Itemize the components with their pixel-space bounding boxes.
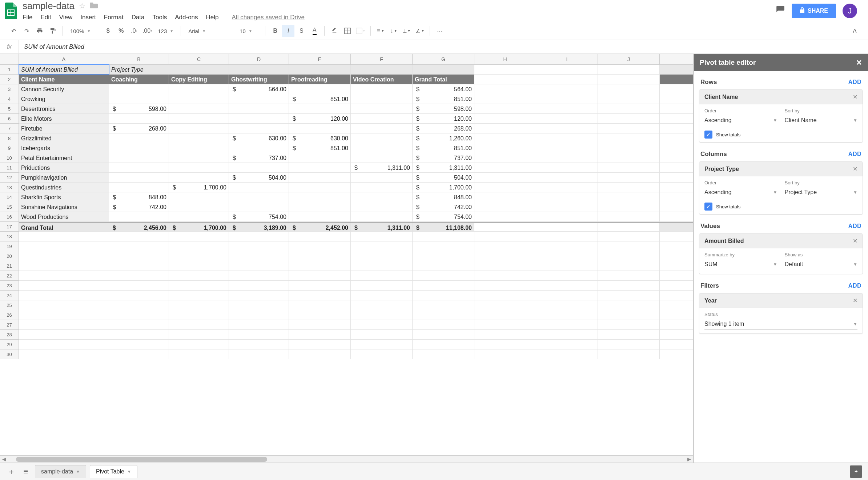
- cell[interactable]: [351, 114, 413, 123]
- cell[interactable]: [109, 310, 169, 320]
- cell[interactable]: [289, 291, 351, 300]
- cell[interactable]: $754.00: [229, 212, 289, 221]
- cell[interactable]: Firetube: [19, 124, 109, 133]
- row-header-28[interactable]: 28: [0, 330, 19, 340]
- menu-file[interactable]: File: [23, 14, 32, 21]
- cell[interactable]: [598, 124, 660, 133]
- cell[interactable]: $630.00: [229, 133, 289, 143]
- cell[interactable]: [536, 75, 598, 84]
- cell[interactable]: $742.00: [413, 202, 474, 212]
- cell[interactable]: [598, 261, 660, 271]
- cell[interactable]: $1,311.00: [413, 163, 474, 172]
- cell[interactable]: [351, 84, 413, 94]
- cell[interactable]: [598, 251, 660, 261]
- cell[interactable]: [536, 104, 598, 113]
- columns-order-select[interactable]: Ascending▼: [704, 187, 777, 198]
- cell[interactable]: [351, 202, 413, 212]
- star-icon[interactable]: ☆: [79, 1, 85, 10]
- cell[interactable]: Client Name: [19, 75, 109, 84]
- cell[interactable]: $2,456.00: [109, 223, 169, 231]
- cell[interactable]: [536, 232, 598, 241]
- cell[interactable]: [229, 340, 289, 349]
- cell[interactable]: [351, 320, 413, 329]
- cell[interactable]: $1,700.00: [413, 183, 474, 192]
- cell[interactable]: [474, 223, 536, 231]
- cell[interactable]: [474, 183, 536, 192]
- cell[interactable]: [598, 340, 660, 349]
- cell[interactable]: [474, 251, 536, 261]
- cell[interactable]: [351, 281, 413, 290]
- undo-button[interactable]: ↶: [7, 25, 20, 37]
- row-header-1[interactable]: 1: [0, 65, 19, 75]
- cell[interactable]: [413, 241, 474, 251]
- cell[interactable]: $504.00: [229, 173, 289, 182]
- cell[interactable]: $120.00: [413, 114, 474, 123]
- cell[interactable]: [169, 104, 229, 113]
- cell[interactable]: Cannon Security: [19, 84, 109, 94]
- cell[interactable]: [289, 212, 351, 221]
- doc-title[interactable]: sample-data: [23, 0, 75, 12]
- cell[interactable]: [474, 300, 536, 310]
- cell[interactable]: [229, 330, 289, 339]
- cell[interactable]: [19, 320, 109, 329]
- cell[interactable]: [474, 271, 536, 280]
- row-header-5[interactable]: 5: [0, 104, 19, 114]
- cell[interactable]: [598, 241, 660, 251]
- cell[interactable]: [351, 241, 413, 251]
- cell[interactable]: Proofreading: [289, 75, 351, 84]
- scroll-left-button[interactable]: ◀: [0, 456, 8, 462]
- add-sheet-button[interactable]: ＋: [6, 466, 17, 477]
- cell[interactable]: [474, 241, 536, 251]
- cell[interactable]: [474, 143, 536, 153]
- row-header-2[interactable]: 2: [0, 75, 19, 84]
- cell[interactable]: [474, 163, 536, 172]
- rows-sortby-select[interactable]: Client Name▼: [785, 115, 858, 126]
- cell[interactable]: [19, 261, 109, 271]
- cell[interactable]: [598, 114, 660, 123]
- cell[interactable]: [351, 310, 413, 320]
- cell[interactable]: [229, 192, 289, 202]
- cell[interactable]: [169, 349, 229, 359]
- row-header-7[interactable]: 7: [0, 124, 19, 133]
- cell[interactable]: [109, 183, 169, 192]
- cell[interactable]: $737.00: [413, 153, 474, 163]
- cell[interactable]: [413, 271, 474, 280]
- cell[interactable]: $851.00: [413, 143, 474, 153]
- rows-order-select[interactable]: Ascending▼: [704, 115, 777, 126]
- cell[interactable]: $11,108.00: [413, 223, 474, 231]
- cell[interactable]: [536, 291, 598, 300]
- cell[interactable]: [413, 261, 474, 271]
- fx-label[interactable]: fx: [0, 40, 19, 53]
- font-family-select[interactable]: Arial▼: [185, 25, 228, 37]
- cell[interactable]: [474, 281, 536, 290]
- cell[interactable]: [169, 153, 229, 163]
- cell[interactable]: $851.00: [289, 94, 351, 104]
- folder-icon[interactable]: [90, 2, 98, 10]
- font-size-select[interactable]: 10▼: [236, 25, 261, 37]
- cell[interactable]: [229, 65, 289, 74]
- column-header-G[interactable]: G: [413, 54, 474, 64]
- cell[interactable]: [229, 291, 289, 300]
- cell[interactable]: [598, 310, 660, 320]
- cell[interactable]: [536, 114, 598, 123]
- more-options-button[interactable]: ⋯: [434, 25, 446, 37]
- cell[interactable]: [351, 65, 413, 74]
- row-header-17[interactable]: 17: [0, 222, 19, 232]
- cell[interactable]: Coaching: [109, 75, 169, 84]
- cell[interactable]: [536, 173, 598, 182]
- cell[interactable]: [229, 202, 289, 212]
- cell[interactable]: [536, 281, 598, 290]
- menu-add-ons[interactable]: Add-ons: [175, 14, 198, 21]
- cell[interactable]: [536, 330, 598, 339]
- borders-button[interactable]: [341, 25, 354, 37]
- cell[interactable]: [229, 104, 289, 113]
- cell[interactable]: [598, 133, 660, 143]
- cell[interactable]: [169, 65, 229, 74]
- cell[interactable]: [474, 75, 536, 84]
- row-header-9[interactable]: 9: [0, 143, 19, 153]
- cell[interactable]: [109, 153, 169, 163]
- cell[interactable]: [536, 143, 598, 153]
- spreadsheet-grid[interactable]: ABCDEFGHIJ 12345678910111213141516171819…: [0, 54, 694, 463]
- cell[interactable]: [536, 183, 598, 192]
- cell[interactable]: [598, 291, 660, 300]
